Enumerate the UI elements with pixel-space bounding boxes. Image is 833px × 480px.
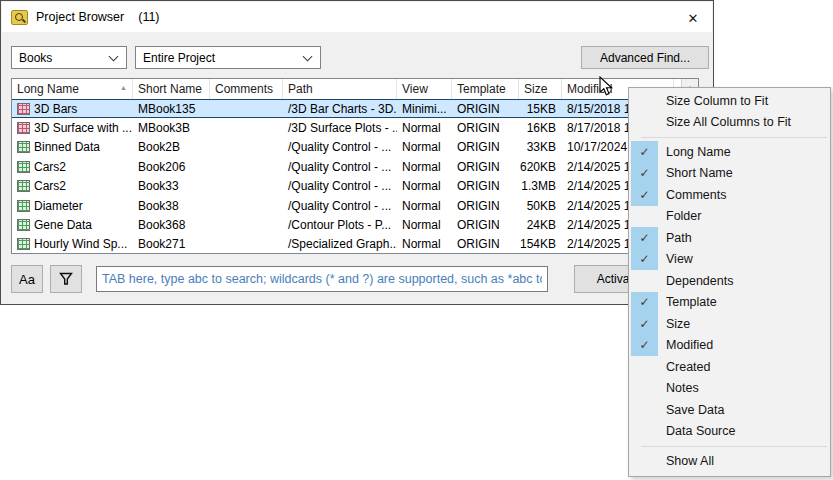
cell-text: MBook135 xyxy=(138,102,195,116)
cell-text: Book33 xyxy=(138,179,179,193)
cell-view: Normal xyxy=(397,138,452,157)
menu-item-modified[interactable]: ✓Modified xyxy=(629,335,830,357)
menu-item-label: Short Name xyxy=(666,166,733,180)
cell-path: /3D Surface Plots - ... xyxy=(283,118,397,137)
menu-item-data-source[interactable]: Data Source xyxy=(629,421,830,443)
menu-item-dependents[interactable]: Dependents xyxy=(629,270,830,292)
cell-view: Normal xyxy=(397,157,452,176)
gutter xyxy=(631,112,658,134)
column-header-template[interactable]: Template xyxy=(452,79,519,99)
table-row-mbook3b[interactable]: 3D Surface with ...MBook3B/3D Surface Pl… xyxy=(12,118,698,137)
menu-item-save-data[interactable]: Save Data xyxy=(629,399,830,421)
cell-template: ORIGIN xyxy=(452,100,519,117)
menu-item-short-name[interactable]: ✓Short Name xyxy=(629,163,830,185)
cell-view: Normal xyxy=(397,196,452,215)
cell-short_name: MBook3B xyxy=(133,118,210,137)
object-type-dropdown[interactable]: Books xyxy=(11,46,127,69)
gutter xyxy=(631,270,658,292)
column-header-label: Short Name xyxy=(138,82,202,96)
cell-size: 620KB xyxy=(519,157,562,176)
cell-short_name: Book2B xyxy=(133,138,210,157)
cell-comments xyxy=(210,215,283,234)
column-header-long-name[interactable]: Long Name▲ xyxy=(12,79,133,99)
close-button[interactable]: ✕ xyxy=(679,6,707,30)
checked-gutter: ✓ xyxy=(631,227,658,249)
check-icon: ✓ xyxy=(639,338,649,352)
menu-item-template[interactable]: ✓Template xyxy=(629,292,830,314)
menu-item-show-all[interactable]: Show All xyxy=(629,450,830,472)
chevron-down-icon xyxy=(109,52,119,62)
checked-gutter: ✓ xyxy=(631,292,658,314)
scope-dropdown[interactable]: Entire Project xyxy=(135,46,321,69)
cell-short_name: Book38 xyxy=(133,196,210,215)
menu-item-label: Save Data xyxy=(666,403,724,417)
filter-button[interactable] xyxy=(50,265,82,293)
check-icon: ✓ xyxy=(639,145,649,159)
table-row-book271[interactable]: Hourly Wind Sp...Book271/Specialized Gra… xyxy=(12,235,698,254)
table-row-mbook135[interactable]: 3D BarsMBook135/3D Bar Charts - 3D...Min… xyxy=(12,99,698,118)
cell-comments xyxy=(210,157,283,176)
menu-item-label: Size Column to Fit xyxy=(666,94,768,108)
dialog-title: Project Browser xyxy=(36,10,124,24)
menu-item-notes[interactable]: Notes xyxy=(629,378,830,400)
cell-path: /Specialized Graph... xyxy=(283,235,397,254)
menu-item-folder[interactable]: Folder xyxy=(629,206,830,228)
menu-item-label: Size All Columns to Fit xyxy=(666,115,791,129)
cell-text: Diameter xyxy=(34,199,83,213)
cell-template: ORIGIN xyxy=(452,235,519,254)
advanced-find-button[interactable]: Advanced Find... xyxy=(581,46,709,69)
cell-text: ORIGIN xyxy=(457,102,500,116)
cell-comments xyxy=(210,196,283,215)
cell-text: 50KB xyxy=(527,199,556,213)
cell-text: 620KB xyxy=(520,160,556,174)
cell-text: 3D Bars xyxy=(34,102,77,116)
column-header-size[interactable]: Size xyxy=(519,79,562,99)
cell-short_name: Book368 xyxy=(133,215,210,234)
table-row-book368[interactable]: Gene DataBook368/Contour Plots - P...Nor… xyxy=(12,215,698,234)
menu-item-comments[interactable]: ✓Comments xyxy=(629,184,830,206)
menu-item-size[interactable]: ✓Size xyxy=(629,313,830,335)
menu-item-size-all-columns-to-fit[interactable]: Size All Columns to Fit xyxy=(629,112,830,134)
table-row-book206[interactable]: Cars2Book206/Quality Control - ...Normal… xyxy=(12,157,698,176)
cell-view: Normal xyxy=(397,235,452,254)
menu-item-label: Comments xyxy=(666,188,726,202)
cell-long_name: 3D Bars xyxy=(12,100,133,117)
cell-text: ORIGIN xyxy=(457,237,500,251)
table-header-row: Long Name▲Short NameCommentsPathViewTemp… xyxy=(12,79,698,99)
cell-text: /Quality Control - ... xyxy=(288,179,391,193)
cell-comments xyxy=(210,235,283,254)
cell-text: /Quality Control - ... xyxy=(288,160,391,174)
cell-text: ORIGIN xyxy=(457,199,500,213)
scope-value: Entire Project xyxy=(143,51,215,65)
gutter xyxy=(631,206,658,228)
table-row-book33[interactable]: Cars2Book33/Quality Control - ...NormalO… xyxy=(12,177,698,196)
menu-item-created[interactable]: Created xyxy=(629,356,830,378)
cell-size: 154KB xyxy=(519,235,562,254)
search-input[interactable] xyxy=(96,266,548,292)
menu-item-size-column-to-fit[interactable]: Size Column to Fit xyxy=(629,90,830,112)
menu-item-label: Show All xyxy=(666,454,714,468)
cell-template: ORIGIN xyxy=(452,215,519,234)
cell-long_name: Binned Data xyxy=(12,138,133,157)
cell-size: 50KB xyxy=(519,196,562,215)
table-row-book38[interactable]: DiameterBook38/Quality Control - ...Norm… xyxy=(12,196,698,215)
menu-item-path[interactable]: ✓Path xyxy=(629,227,830,249)
menu-item-long-name[interactable]: ✓Long Name xyxy=(629,141,830,163)
column-header-path[interactable]: Path xyxy=(283,79,397,99)
table-body: 3D BarsMBook135/3D Bar Charts - 3D...Min… xyxy=(12,99,698,254)
cell-text: Hourly Wind Sp... xyxy=(34,237,127,251)
column-header-short-name[interactable]: Short Name xyxy=(133,79,210,99)
cell-path: /Quality Control - ... xyxy=(283,157,397,176)
column-header-label: View xyxy=(402,82,428,96)
column-header-view[interactable]: View xyxy=(397,79,452,99)
cell-text: /Specialized Graph... xyxy=(288,237,397,251)
cell-text: Book368 xyxy=(138,218,185,232)
column-header-comments[interactable]: Comments xyxy=(210,79,283,99)
checked-gutter: ✓ xyxy=(631,249,658,271)
cell-text: Normal xyxy=(402,199,441,213)
menu-item-view[interactable]: ✓View xyxy=(629,249,830,271)
table-row-book2b[interactable]: Binned DataBook2B/Quality Control - ...N… xyxy=(12,138,698,157)
case-sensitive-button[interactable]: Aa xyxy=(11,265,43,293)
cell-text: 3D Surface with ... xyxy=(34,121,132,135)
menu-item-label: Path xyxy=(666,231,692,245)
